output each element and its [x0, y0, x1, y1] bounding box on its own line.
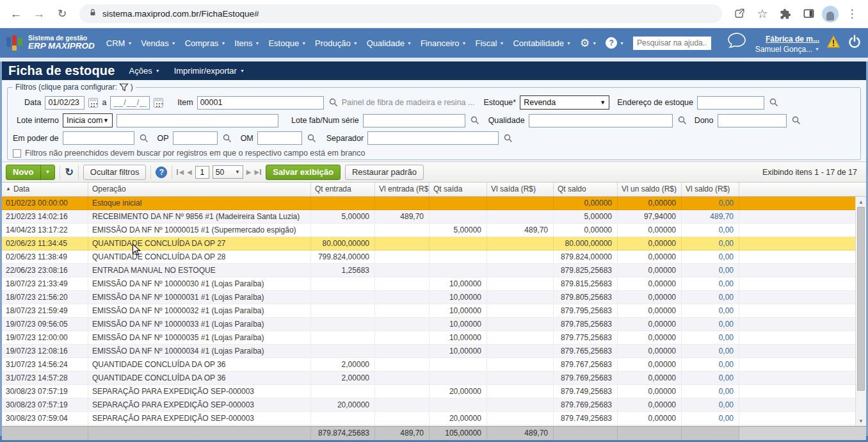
table-row[interactable]: 30/08/23 07:59:04SEPARAÇÃO PARA EXPEDIÇÃ… [2, 412, 855, 425]
search-icon[interactable] [678, 116, 687, 125]
menu-itens[interactable]: Itens▼ [234, 38, 259, 48]
endereco-input[interactable] [697, 96, 764, 110]
estoque-select[interactable]: Revenda▼ [520, 95, 609, 110]
menu-contabilidade[interactable]: Contabilidade▼ [513, 38, 570, 48]
col-header-op[interactable]: Operação [88, 183, 311, 196]
item-input[interactable] [197, 96, 324, 110]
lote-fab-input[interactable] [363, 114, 465, 127]
col-header-vus[interactable]: Vl un saldo (R$) [618, 183, 682, 196]
dono-input[interactable] [718, 114, 787, 127]
page-size-select[interactable]: 50▼ [213, 165, 243, 179]
table-row[interactable]: 02/06/23 11:38:49QUANTIDADE CONCLUÍDA DA… [2, 250, 855, 264]
extensions-icon[interactable] [776, 4, 795, 24]
warning-icon[interactable] [826, 35, 841, 51]
table-row[interactable]: 30/08/23 07:57:19SEPARAÇÃO PARA EXPEDIÇÃ… [2, 398, 855, 412]
help-search-input[interactable] [633, 37, 711, 50]
restaurar-padrao-button[interactable]: Restaurar padrão [345, 165, 424, 180]
back-icon[interactable]: ← [6, 4, 26, 24]
table-row[interactable]: 19/07/23 12:08:16EMISSÃO DA NF Nº 100000… [2, 345, 855, 358]
col-header-qe[interactable]: Qt entrada [311, 183, 375, 196]
col-header-vsaldo[interactable]: Vl saldo (R$) [682, 183, 739, 196]
forward-icon[interactable]: → [29, 4, 49, 24]
table-row[interactable]: 18/07/23 21:33:49EMISSÃO DA NF Nº 100000… [2, 277, 855, 291]
imprimir-exportar-menu[interactable]: Imprimir/exportar▼ [174, 66, 245, 76]
search-icon[interactable] [223, 134, 232, 143]
search-icon[interactable] [792, 116, 801, 125]
col-header-vs[interactable]: Vl saída (R$) [487, 183, 554, 196]
lote-interno-select[interactable]: Inicia com▼ [63, 113, 113, 127]
table-row[interactable]: 14/04/23 13:17:22EMISSÃO DA NF Nº 100000… [2, 224, 855, 237]
col-header-date[interactable]: ▲Data [2, 183, 88, 196]
table-row[interactable]: 19/07/23 12:00:00EMISSÃO DA NF Nº 100000… [2, 331, 855, 345]
menu-producao[interactable]: Produção▼ [315, 38, 358, 48]
calendar-icon[interactable] [88, 98, 98, 108]
table-row[interactable]: 22/06/23 23:08:16ENTRADA MANUAL NO ESTOQ… [2, 264, 855, 277]
reload-icon[interactable]: ↻ [52, 4, 72, 24]
scroll-down-icon[interactable]: ▼ [856, 416, 866, 426]
help-menu[interactable]: ?▼ [606, 37, 624, 49]
search-icon[interactable] [504, 134, 513, 143]
table-row[interactable]: 19/07/23 09:56:05EMISSÃO DA NF Nº 100000… [2, 318, 855, 331]
em-poder-input[interactable] [63, 131, 134, 145]
col-header-qs[interactable]: Qt saída [430, 183, 487, 196]
next-page-icon[interactable]: ▶ [246, 168, 252, 176]
search-icon[interactable] [140, 134, 149, 143]
table-row[interactable]: 01/02/23 00:00:00Estoque inicial0,000000… [2, 197, 855, 210]
acoes-menu[interactable]: Ações▼ [129, 66, 160, 76]
menu-vendas[interactable]: Vendas▼ [141, 38, 175, 48]
menu-financeiro[interactable]: Financeiro▼ [421, 38, 467, 48]
search-icon[interactable] [470, 116, 479, 125]
refresh-icon[interactable]: ↻ [65, 166, 73, 178]
lote-interno-input[interactable] [117, 114, 278, 127]
settings-gear-menu[interactable]: ⚙▼ [580, 37, 597, 50]
url-bar[interactable]: sistema.maxiprod.com.br/FichaEstoque# [79, 4, 722, 23]
search-icon[interactable] [769, 98, 778, 107]
table-row[interactable]: 02/06/23 11:34:45QUANTIDADE CONCLUÍDA DA… [2, 237, 855, 250]
col-header-ve[interactable]: Vl entrada (R$) [375, 183, 430, 196]
table-row[interactable]: 21/02/23 14:02:16RECEBIMENTO DA NF Nº 98… [2, 210, 855, 224]
search-icon[interactable] [307, 134, 316, 143]
chat-bubble-icon[interactable] [723, 31, 749, 54]
table-row[interactable]: 31/07/23 14:56:24QUANTIDADE CONCLUÍDA DA… [2, 358, 855, 372]
maxiprod-logo[interactable]: Sistema de gestão ERP MAXIPROD [6, 35, 95, 51]
grid-help-icon[interactable]: ? [156, 167, 167, 178]
funnel-icon[interactable] [119, 83, 129, 92]
scroll-up-icon[interactable]: ▲ [856, 197, 866, 207]
qualidade-input[interactable] [529, 114, 673, 127]
calendar-icon[interactable] [154, 98, 163, 108]
table-row[interactable]: 18/07/23 21:56:20EMISSÃO DA NF Nº 100000… [2, 291, 855, 304]
company-link[interactable]: Fábrica de m... [766, 35, 819, 44]
menu-compras[interactable]: Compras▼ [185, 38, 226, 48]
table-row[interactable]: 18/07/23 21:59:49EMISSÃO DA NF Nº 100000… [2, 304, 855, 318]
op-input[interactable] [173, 131, 218, 145]
separador-input[interactable] [367, 131, 499, 145]
blank-filter-checkbox[interactable] [13, 149, 21, 158]
menu-crm[interactable]: CRM▼ [106, 38, 133, 48]
scrollbar-thumb[interactable] [857, 207, 865, 391]
data-from-input[interactable] [45, 96, 84, 110]
power-logout-icon[interactable] [848, 35, 862, 51]
vertical-scrollbar[interactable]: ▲ ▼ [855, 197, 866, 426]
salvar-exibicao-button[interactable]: Salvar exibição [266, 165, 341, 180]
om-input[interactable] [257, 131, 302, 145]
table-row[interactable]: 31/07/23 14:57:28QUANTIDADE CONCLUÍDA DA… [2, 372, 855, 385]
bookmark-star-icon[interactable]: ☆ [753, 4, 772, 24]
profile-avatar[interactable] [822, 6, 839, 22]
menu-estoque[interactable]: Estoque▼ [268, 38, 306, 48]
first-page-icon[interactable]: ◀ [177, 168, 184, 176]
user-menu[interactable]: Samuel Gonça...▼ [755, 45, 819, 54]
novo-button[interactable]: Novo▼ [6, 165, 55, 180]
data-to-input[interactable] [110, 96, 150, 110]
page-number-input[interactable] [195, 166, 209, 179]
col-header-qsaldo[interactable]: Qt saldo [554, 183, 618, 196]
prev-page-icon[interactable]: ◀ [187, 168, 192, 176]
table-row[interactable]: 30/08/23 07:57:19SEPARAÇÃO PARA EXPEDIÇÃ… [2, 385, 855, 398]
browser-menu-icon[interactable]: ⋮ [842, 4, 862, 24]
menu-qualidade[interactable]: Qualidade▼ [367, 38, 412, 48]
share-icon[interactable] [730, 4, 749, 24]
search-icon[interactable] [329, 98, 338, 107]
side-panel-icon[interactable] [799, 4, 818, 24]
ocultar-filtros-button[interactable]: Ocultar filtros [83, 165, 147, 180]
last-page-icon[interactable]: ▶ [255, 168, 262, 176]
menu-fiscal[interactable]: Fiscal▼ [476, 38, 504, 48]
